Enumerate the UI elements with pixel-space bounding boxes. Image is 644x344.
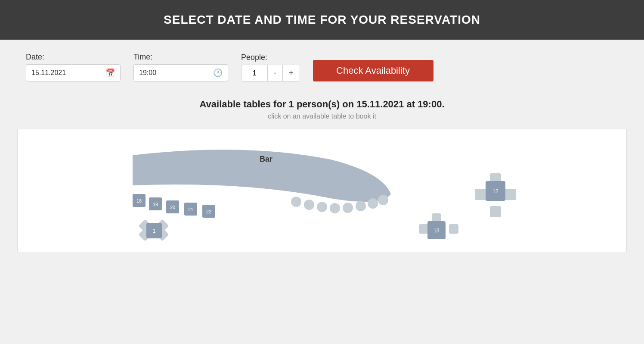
floor-plan-section: Bar 18 19 20 21 22 1	[17, 129, 627, 252]
bar-stool	[343, 203, 353, 213]
people-control: 1 - +	[241, 65, 300, 81]
page-header: SELECT DATE AND TIME FOR YOUR RESERVATIO…	[0, 0, 644, 40]
date-field-group: Date: 15.11.2021 📅	[26, 53, 121, 81]
time-value: 19:00	[139, 69, 156, 77]
chair-t12-bottom	[490, 206, 501, 217]
svg-text:13: 13	[433, 228, 440, 234]
bar-stool	[368, 198, 378, 209]
check-availability-button[interactable]: Check Availability	[313, 60, 433, 81]
svg-text:21: 21	[188, 207, 193, 212]
click-instruction: click on an available table to book it	[26, 113, 618, 120]
bar-stool	[330, 203, 340, 213]
chair-t12-left	[475, 189, 486, 200]
svg-text:18: 18	[136, 198, 142, 203]
people-minus-button[interactable]: -	[267, 65, 282, 81]
calendar-icon: 📅	[105, 68, 115, 78]
svg-text:22: 22	[206, 209, 211, 214]
bar-label: Bar	[260, 155, 272, 163]
bar-stool	[378, 195, 388, 205]
svg-text:19: 19	[153, 202, 158, 207]
bar-stool	[291, 197, 301, 207]
time-label: Time:	[133, 53, 228, 62]
bar-stool	[304, 200, 314, 210]
svg-text:1: 1	[153, 228, 156, 234]
clock-icon: 🕐	[213, 68, 223, 78]
bar-stool	[317, 202, 327, 212]
chair-t13-left	[419, 224, 428, 234]
chair-t13-right	[449, 224, 458, 234]
page-title: SELECT DATE AND TIME FOR YOUR RESERVATIO…	[9, 13, 635, 27]
date-input[interactable]: 15.11.2021 📅	[26, 64, 121, 81]
people-value: 1	[242, 66, 267, 81]
date-label: Date:	[26, 53, 121, 62]
available-tables-text: Available tables for 1 person(s) on 15.1…	[26, 99, 618, 110]
info-section: Available tables for 1 person(s) on 15.1…	[0, 90, 644, 129]
svg-text:20: 20	[170, 205, 175, 210]
floor-plan-svg: Bar 18 19 20 21 22 1	[26, 138, 618, 241]
controls-section: Date: 15.11.2021 📅 Time: 19:00 🕐 People:…	[0, 40, 644, 90]
time-field-group: Time: 19:00 🕐	[133, 53, 228, 81]
people-label: People:	[241, 53, 300, 62]
time-input[interactable]: 19:00 🕐	[133, 64, 228, 81]
svg-text:12: 12	[492, 188, 498, 194]
people-field-group: People: 1 - +	[241, 53, 300, 81]
people-plus-button[interactable]: +	[282, 65, 300, 81]
date-value: 15.11.2021	[31, 69, 66, 77]
chair-t12-right	[505, 189, 516, 200]
bar-stool	[356, 201, 366, 211]
